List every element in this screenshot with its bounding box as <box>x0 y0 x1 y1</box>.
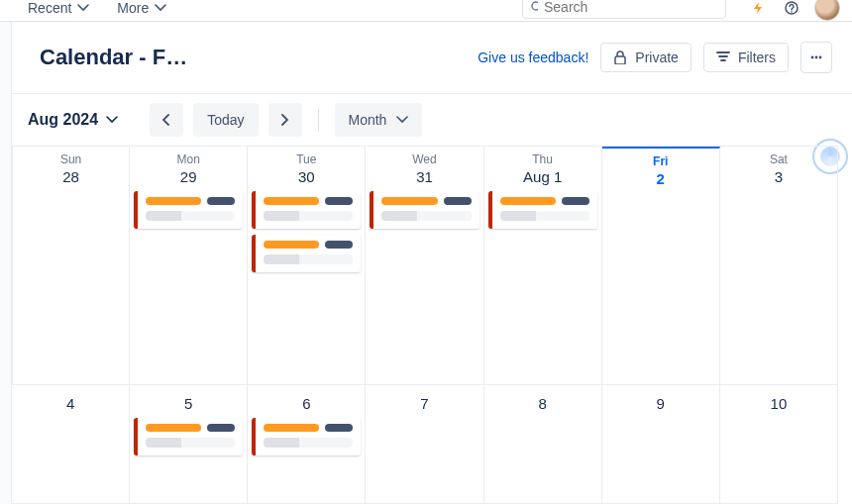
day-number: 6 <box>252 391 361 412</box>
lock-icon <box>613 50 627 64</box>
event-detail-placeholder <box>500 211 589 221</box>
day-name: Fri <box>606 154 715 168</box>
month-label: Aug 2024 <box>28 111 98 129</box>
calendar-cell[interactable]: Thu Aug 1 <box>484 147 602 385</box>
divider <box>318 109 319 131</box>
calendar-event[interactable] <box>370 191 479 229</box>
day-number: 2 <box>606 170 715 187</box>
bolt-icon[interactable] <box>747 0 769 19</box>
month-picker[interactable]: Aug 2024 <box>28 111 118 129</box>
event-detail-placeholder <box>264 211 353 221</box>
left-rail[interactable] <box>0 22 12 504</box>
filters-label: Filters <box>738 50 776 65</box>
event-bar-secondary <box>207 424 235 432</box>
day-name: Thu <box>488 152 597 166</box>
calendar-cell[interactable]: 7 <box>366 385 483 505</box>
help-icon[interactable] <box>781 0 802 19</box>
chevron-down-icon <box>155 4 166 12</box>
page-title: Calendar - F… <box>40 45 187 70</box>
next-button[interactable] <box>268 103 302 137</box>
private-button[interactable]: Private <box>600 43 692 72</box>
calendar-cell[interactable]: 10 <box>720 385 838 505</box>
more-actions-button[interactable] <box>800 42 832 73</box>
day-name: Mon <box>134 152 243 166</box>
day-name: Wed <box>370 152 479 166</box>
today-button[interactable]: Today <box>193 103 258 137</box>
event-bar-primary <box>381 197 437 205</box>
calendar-event[interactable] <box>252 418 361 455</box>
event-detail-placeholder <box>146 438 235 448</box>
view-select[interactable]: Month <box>335 103 423 137</box>
filter-icon <box>716 50 730 64</box>
calendar-cell[interactable]: 5 <box>130 385 248 505</box>
calendar-cell[interactable]: Tue 30 <box>248 147 366 385</box>
day-number: 10 <box>724 391 833 412</box>
search-input[interactable] <box>544 0 717 15</box>
day-number: 29 <box>134 168 243 185</box>
event-bar-secondary <box>207 197 235 205</box>
calendar-cell[interactable]: Sat 3 <box>720 147 838 385</box>
feedback-link[interactable]: Give us feedback! <box>478 50 588 65</box>
view-label: Month <box>349 112 387 128</box>
day-number: 7 <box>370 391 479 412</box>
day-number: Aug 1 <box>488 168 597 185</box>
event-bar-primary <box>146 197 201 205</box>
chevron-down-icon <box>106 116 118 124</box>
event-detail-placeholder <box>264 438 353 448</box>
event-bar-secondary <box>325 424 353 432</box>
nav-recent-label: Recent <box>28 0 71 16</box>
event-bar-secondary <box>325 241 353 249</box>
event-detail-placeholder <box>264 254 353 264</box>
calendar-cell[interactable]: 4 <box>12 385 130 505</box>
calendar-event[interactable] <box>134 418 243 455</box>
day-number: 3 <box>724 168 833 185</box>
chevron-down-icon <box>77 4 89 12</box>
day-number: 31 <box>370 168 479 185</box>
event-bar-primary <box>500 197 556 205</box>
event-bar-secondary <box>444 197 472 205</box>
day-name: Sun <box>17 152 125 166</box>
calendar-cell[interactable]: Fri 2 <box>602 147 720 385</box>
calendar-cell[interactable]: Mon 29 <box>130 147 248 385</box>
calendar-cell[interactable]: 6 <box>248 385 366 505</box>
day-name: Tue <box>252 152 361 166</box>
more-horizontal-icon <box>809 50 823 64</box>
prev-button[interactable] <box>150 103 183 137</box>
nav-recent[interactable]: Recent <box>28 0 89 16</box>
day-number: 8 <box>488 391 597 412</box>
day-number: 30 <box>252 168 361 185</box>
calendar-event[interactable] <box>252 191 361 229</box>
event-bar-primary <box>264 241 319 249</box>
search-box[interactable] <box>522 0 726 19</box>
event-bar-primary <box>146 424 201 432</box>
day-name: Sat <box>724 152 833 166</box>
calendar-cell[interactable]: 8 <box>484 385 602 505</box>
filters-button[interactable]: Filters <box>703 43 789 72</box>
calendar-event[interactable] <box>488 191 597 229</box>
avatar[interactable] <box>814 0 840 21</box>
calendar-event[interactable] <box>134 191 243 229</box>
event-bar-primary <box>264 197 319 205</box>
calendar-event[interactable] <box>252 235 361 272</box>
event-bar-secondary <box>562 197 589 205</box>
today-label: Today <box>207 112 244 128</box>
day-number: 28 <box>17 168 125 185</box>
nav-more[interactable]: More <box>117 0 166 16</box>
event-bar-primary <box>264 424 319 432</box>
event-detail-placeholder <box>146 211 235 221</box>
search-icon <box>531 1 538 13</box>
chevron-left-icon <box>161 114 171 126</box>
nav-more-label: More <box>117 0 149 16</box>
day-number: 9 <box>606 391 715 412</box>
chevron-down-icon <box>396 116 408 124</box>
calendar-cell[interactable]: 9 <box>602 385 720 505</box>
day-number: 4 <box>16 391 125 412</box>
chevron-right-icon <box>280 114 290 126</box>
calendar-cell[interactable]: Sun 28 <box>12 147 130 385</box>
private-label: Private <box>635 50 679 65</box>
event-detail-placeholder <box>381 211 471 221</box>
day-number: 5 <box>134 391 243 412</box>
event-bar-secondary <box>325 197 353 205</box>
calendar-cell[interactable]: Wed 31 <box>366 147 483 385</box>
